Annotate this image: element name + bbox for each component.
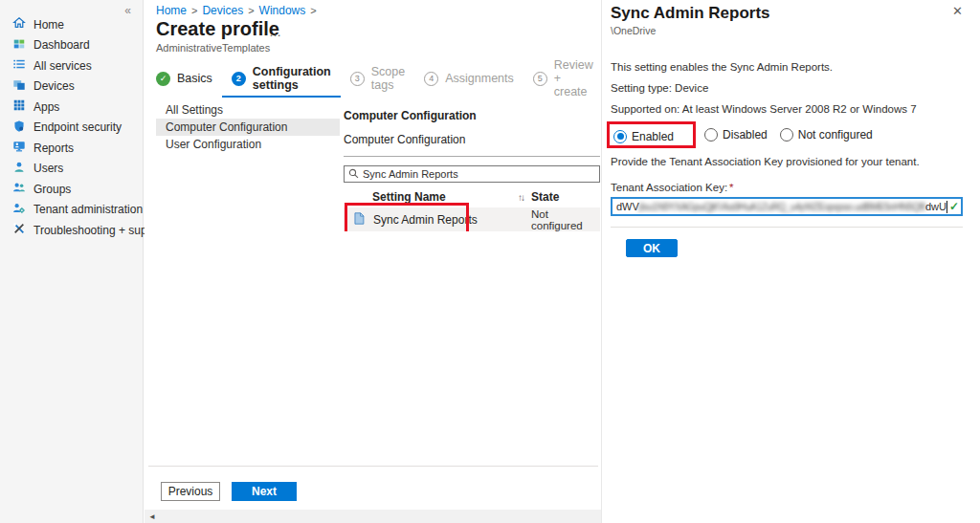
sidebar-item-all-services[interactable]: All services (0, 55, 143, 76)
step-assignments[interactable]: 4 Assignments (414, 72, 523, 92)
step-number-icon: 2 (232, 72, 246, 86)
users-icon (12, 161, 26, 177)
sidebar-item-endpoint-security[interactable]: Endpoint security (0, 118, 143, 139)
radio-not-configured[interactable]: Not configured (780, 128, 873, 142)
tenant-key-label: Tenant Association Key:* (611, 182, 963, 193)
endpoint-security-icon (12, 120, 26, 136)
section-heading: Computer Configuration (344, 109, 600, 122)
required-asterisk: * (729, 182, 733, 193)
main-content: Home>Devices>Windows> Create profile … A… (145, 0, 601, 523)
step-basics[interactable]: ✓ Basics (156, 72, 222, 92)
setting-detail-panel: ✕ Sync Admin Reports \OneDrive This sett… (601, 0, 980, 523)
breadcrumb-separator: > (310, 5, 316, 16)
all-services-icon (12, 57, 26, 74)
check-circle-icon: ✓ (156, 72, 170, 86)
radio-button-icon (780, 128, 793, 142)
panel-title: Sync Admin Reports (611, 4, 963, 23)
setting-description: This setting enables the Sync Admin Repo… (611, 61, 963, 73)
nav-user-configuration[interactable]: User Configuration (156, 136, 340, 153)
annotation-rectangle: Enabled (607, 121, 696, 148)
sidebar-item-apps[interactable]: Apps (0, 97, 143, 118)
breadcrumb-separator: > (248, 5, 254, 16)
radio-button-icon (613, 130, 627, 143)
document-icon (353, 212, 365, 228)
dashboard-icon (12, 37, 26, 54)
supported-on: Supported on: At least Windows Server 20… (611, 103, 963, 115)
step-review-create[interactable]: 5 Review + create (523, 58, 603, 104)
search-icon (348, 165, 359, 183)
sidebar-item-reports[interactable]: Reports (0, 138, 143, 159)
sidebar-item-devices[interactable]: Devices (0, 76, 143, 98)
key-value-redacted: jIsu1N9YXAGpuQjKVka9HuA1ZuRQ_u4yWZEspqss… (639, 202, 925, 212)
tenant-association-key-input[interactable]: dWV jIsu1N9YXAGpuQjKVka9HuA1ZuRQ_u4yWZEs… (611, 197, 963, 216)
nav-all-settings[interactable]: All Settings (156, 101, 340, 119)
setting-name-cell: Sync Admin Reports (373, 213, 478, 227)
validation-check-icon: ✓ (949, 200, 959, 213)
settings-search (344, 165, 600, 183)
sort-icon[interactable]: ↑↓ (518, 192, 523, 203)
step-number-icon: 4 (424, 72, 438, 86)
reports-icon (12, 140, 26, 156)
sidebar-item-troubleshooting[interactable]: Troubleshooting + support (0, 220, 143, 241)
wizard-steps: ✓ Basics 2 Configuration settings 3 Scop… (156, 69, 603, 94)
column-state[interactable]: State ↑↓ (531, 190, 600, 204)
next-button[interactable]: Next (232, 482, 297, 501)
key-value-suffix: dwU (925, 201, 947, 212)
nav-computer-configuration[interactable]: Computer Configuration (156, 119, 340, 136)
left-sidebar: « Home Dashboard All services Devices Ap… (0, 0, 144, 523)
step-number-icon: 5 (533, 72, 547, 86)
radio-enabled[interactable]: Enabled (613, 130, 674, 143)
setting-type: Setting type: Device (611, 82, 963, 94)
ok-button[interactable]: OK (626, 239, 678, 257)
state-radio-group: Enabled Disabled Not configured (611, 121, 963, 148)
key-value-prefix: dWV (616, 201, 639, 212)
panel-path: \OneDrive (611, 25, 963, 36)
home-icon (12, 16, 26, 33)
troubleshooting-icon (12, 222, 26, 238)
scroll-left-icon[interactable]: ◄ (148, 512, 156, 521)
table-row[interactable]: Sync Admin Reports Not configured (344, 207, 600, 231)
breadcrumb-devices[interactable]: Devices (202, 4, 243, 17)
tenant-administration-icon (12, 202, 26, 218)
radio-button-icon (704, 128, 718, 142)
breadcrumb: Home>Devices>Windows> (156, 4, 322, 17)
settings-nav: All Settings Computer Configuration User… (156, 101, 340, 153)
page-title: Create profile (156, 18, 279, 40)
instruction-text: Provide the Tenant Association Key provi… (611, 156, 963, 167)
breadcrumb-windows[interactable]: Windows (259, 4, 306, 17)
sidebar-item-groups[interactable]: Groups (0, 179, 143, 200)
divider (611, 227, 963, 228)
text-cursor (947, 201, 947, 213)
group-expander[interactable]: Computer Configuration (344, 133, 600, 146)
more-options-icon[interactable]: … (269, 25, 282, 39)
sidebar-item-home[interactable]: Home (0, 14, 143, 35)
step-number-icon: 3 (350, 72, 365, 86)
column-setting-name[interactable]: Setting Name ↑↓ (344, 190, 531, 204)
step-configuration-settings[interactable]: 2 Configuration settings (222, 65, 341, 98)
table-header: Setting Name ↑↓ State ↑↓ (344, 186, 600, 207)
divider (148, 466, 598, 467)
breadcrumb-home[interactable]: Home (156, 4, 187, 17)
search-input[interactable] (363, 168, 595, 180)
devices-icon (12, 78, 26, 95)
radio-disabled[interactable]: Disabled (704, 128, 768, 142)
sidebar-item-dashboard[interactable]: Dashboard (0, 35, 143, 56)
step-scope-tags[interactable]: 3 Scope tags (341, 65, 414, 98)
close-icon[interactable]: ✕ (952, 4, 963, 18)
divider (344, 156, 600, 157)
breadcrumb-separator: > (191, 5, 197, 16)
sidebar-item-users[interactable]: Users (0, 159, 143, 180)
configuration-area: Computer Configuration Computer Configur… (344, 101, 600, 231)
groups-icon (12, 181, 26, 197)
sidebar-item-tenant-administration[interactable]: Tenant administration (0, 200, 143, 221)
page-subtitle: AdministrativeTemplates (156, 42, 270, 54)
state-cell: Not configured (531, 208, 600, 231)
apps-icon (12, 98, 26, 115)
previous-button[interactable]: Previous (161, 482, 220, 501)
horizontal-scrollbar[interactable]: ◄ (145, 510, 601, 523)
